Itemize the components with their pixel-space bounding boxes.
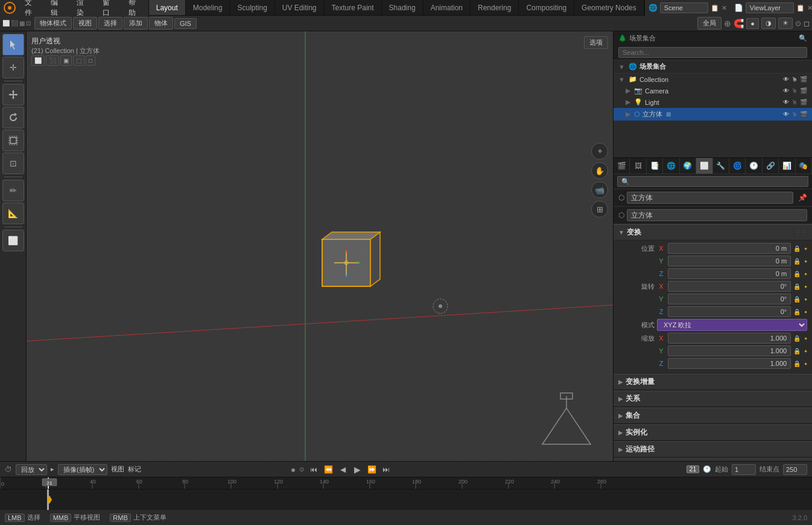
- motion-paths-header[interactable]: ▶ 运动路径: [614, 441, 812, 457]
- viewlayer-delete-icon[interactable]: ✕: [807, 4, 812, 12]
- light-selectable-icon[interactable]: 🖱: [791, 99, 798, 105]
- prop-object-icon[interactable]: ⬜: [696, 158, 712, 174]
- timeline-ruler[interactable]: 0 20 40 60 80 100 120 140 160 180: [0, 477, 812, 489]
- scale-x-lock[interactable]: 🔒: [793, 335, 801, 342]
- tab-shading[interactable]: Shading: [382, 0, 423, 15]
- tab-uv-editing[interactable]: UV Editing: [275, 0, 325, 15]
- tab-compositing[interactable]: Compositing: [519, 0, 574, 15]
- blender-logo[interactable]: [0, 0, 19, 16]
- tab-sculpting[interactable]: Sculpting: [230, 0, 274, 15]
- end-frame-input[interactable]: [783, 464, 807, 475]
- outliner-filter-icon[interactable]: 🔍: [799, 34, 807, 42]
- position-y-input[interactable]: [668, 256, 791, 266]
- camera-render-icon[interactable]: 🎬: [800, 87, 807, 94]
- transform-menu-icon[interactable]: ⋮⋮: [795, 229, 807, 236]
- menu-file[interactable]: 文件: [19, 0, 45, 16]
- prop-constraints-icon[interactable]: 🔗: [763, 158, 779, 174]
- viewport[interactable]: 用户透视 (21) Collection | 立方体 选项 ⬜ ⬛ ▣ ⬚ □: [27, 31, 613, 461]
- zoom-to-fit-btn[interactable]: ⌖: [591, 143, 608, 160]
- step-forward-btn[interactable]: ⏩: [366, 464, 378, 476]
- timeline-playbar[interactable]: [0, 489, 812, 510]
- goto-start-btn[interactable]: ⏮: [308, 464, 320, 476]
- tab-texture-paint[interactable]: Texture Paint: [325, 0, 382, 15]
- scene-delete-icon[interactable]: ✕: [722, 4, 727, 12]
- timeline-marker-menu[interactable]: 标记: [128, 465, 141, 474]
- sub-object-name-input[interactable]: [627, 209, 807, 221]
- collection-expand-icon[interactable]: ▼: [618, 76, 625, 83]
- snap-icon[interactable]: 🧲: [734, 19, 744, 28]
- toolbar-add-btn[interactable]: ⬜: [2, 230, 24, 251]
- outliner-item-camera[interactable]: ▶ 📷 Camera 👁 🖱 🎬: [614, 85, 812, 96]
- camera-expand-icon[interactable]: ▶: [626, 87, 630, 95]
- viewlayer-copy-icon[interactable]: 📋: [796, 4, 805, 12]
- pin-icon[interactable]: 📌: [798, 193, 807, 202]
- prop-scene-icon[interactable]: 🌐: [663, 158, 679, 174]
- scene-copy-icon[interactable]: 📋: [711, 4, 719, 12]
- outliner-item-light[interactable]: ▶ 💡 Light 👁 🖱 🎬: [614, 96, 812, 108]
- tab-animation[interactable]: Animation: [423, 0, 471, 15]
- rotation-y-input[interactable]: [668, 294, 791, 304]
- menu-help[interactable]: 帮助: [122, 0, 148, 16]
- tab-modeling[interactable]: Modeling: [186, 0, 230, 15]
- shading-rendered[interactable]: ☀: [778, 17, 793, 29]
- light-expand-icon[interactable]: ▶: [626, 98, 630, 106]
- play-btn[interactable]: ▶: [351, 464, 363, 476]
- object-mode-dropdown[interactable]: 物体模式: [34, 17, 72, 30]
- viewport-display-btn[interactable]: ⊞: [591, 201, 608, 218]
- collection-render-icon[interactable]: 🎬: [800, 76, 807, 83]
- position-x-input[interactable]: [668, 243, 791, 254]
- tab-layout[interactable]: Layout: [149, 0, 186, 15]
- rotation-y-lock[interactable]: 🔒: [793, 296, 801, 303]
- tab-geometry-nodes[interactable]: Geometry Nodes: [574, 0, 644, 15]
- toolbar-measure-btn[interactable]: 📐: [2, 203, 24, 224]
- toolbar-select-btn[interactable]: [2, 34, 24, 55]
- instancing-header[interactable]: ▶ 实例化: [614, 424, 812, 441]
- prop-render-icon[interactable]: 🎬: [614, 158, 630, 174]
- proportional-edit[interactable]: ⊕: [724, 19, 731, 28]
- outliner-item-collection[interactable]: ▼ 📁 Collection 👁 🖱 🎬: [614, 74, 812, 85]
- cube-render-icon[interactable]: 🎬: [800, 111, 807, 118]
- scene-expand-icon[interactable]: ▼: [618, 63, 625, 71]
- prop-particles-icon[interactable]: 🌀: [729, 158, 746, 174]
- collections-header[interactable]: ▶ 集合: [614, 407, 812, 424]
- toolbar-annotate-btn[interactable]: ✏: [2, 180, 24, 201]
- object-menu[interactable]: 物体: [149, 17, 173, 30]
- camera-selectable-icon[interactable]: 🖱: [791, 87, 798, 94]
- scale-x-input[interactable]: [668, 333, 791, 344]
- overlay-icon[interactable]: ⊙: [795, 19, 801, 28]
- shading-solid[interactable]: ●: [746, 18, 759, 29]
- xray-icon[interactable]: ◻: [804, 19, 810, 28]
- toolbar-move-btn[interactable]: [2, 84, 24, 105]
- position-x-lock[interactable]: 🔒: [793, 245, 801, 252]
- position-z-input[interactable]: [668, 268, 791, 279]
- gis-menu[interactable]: GIS: [174, 18, 197, 29]
- shading-material[interactable]: ◑: [761, 17, 776, 29]
- collection-selectable-icon[interactable]: 🖱: [791, 76, 798, 83]
- toolbar-rotate-btn[interactable]: [2, 107, 24, 128]
- play-back-btn[interactable]: ◀: [337, 464, 349, 476]
- select-mode-global[interactable]: 全局: [697, 17, 722, 30]
- position-y-lock[interactable]: 🔒: [793, 258, 801, 265]
- interp-dropdown[interactable]: 插像(插帧): [58, 464, 107, 475]
- outliner-item-cube[interactable]: ▶ ⬡ 立方体 ⊠ 👁 🖱 🎬: [614, 108, 812, 121]
- timeline-view-menu[interactable]: 视图: [111, 465, 124, 474]
- object-name-input[interactable]: [627, 192, 793, 204]
- add-menu[interactable]: 添加: [124, 17, 148, 30]
- cube-expand-icon[interactable]: ▶: [626, 110, 630, 118]
- properties-search-input[interactable]: [617, 176, 808, 187]
- rotation-x-lock[interactable]: 🔒: [793, 283, 801, 290]
- relations-header[interactable]: ▶ 关系: [614, 391, 812, 407]
- toolbar-scale-btn[interactable]: [2, 130, 24, 151]
- prop-modifier-icon[interactable]: 🔧: [713, 158, 729, 174]
- rotation-z-input[interactable]: [668, 306, 791, 317]
- scale-z-input[interactable]: [668, 358, 791, 369]
- prop-world-icon[interactable]: 🌍: [680, 158, 696, 174]
- prop-data-icon[interactable]: 📊: [779, 158, 795, 174]
- tab-rendering[interactable]: Rendering: [471, 0, 519, 15]
- scene-selector[interactable]: Scene: [660, 2, 708, 13]
- transform-delta-header[interactable]: ▶ 变换增量: [614, 374, 812, 390]
- rotation-mode-dropdown[interactable]: XYZ 欧拉: [657, 319, 807, 331]
- toolbar-cursor-btn[interactable]: ✛: [2, 57, 24, 78]
- camera-btn[interactable]: 📹: [591, 181, 608, 198]
- playback-mode-dropdown[interactable]: 回放: [16, 464, 47, 475]
